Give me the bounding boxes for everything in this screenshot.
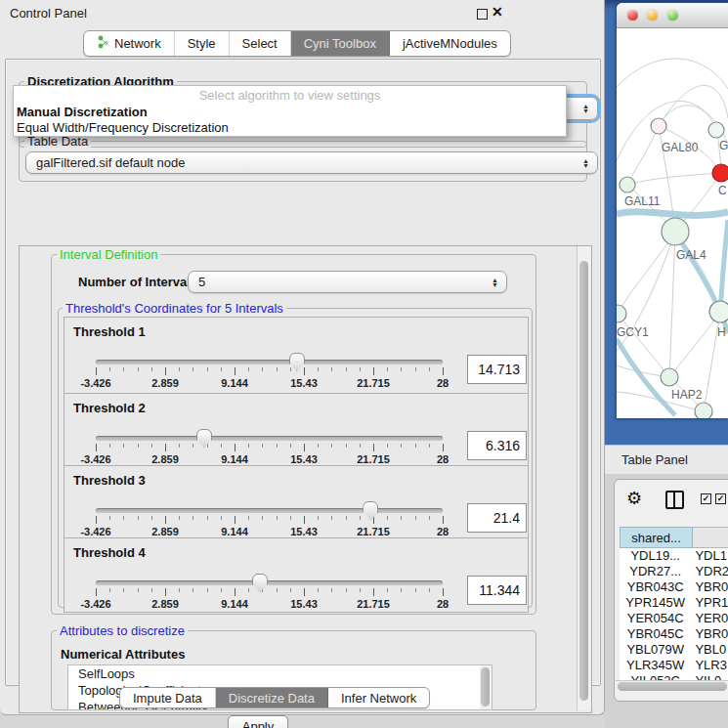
slider-tick-label: 21.715 [357, 377, 390, 389]
table-row[interactable]: YLR345WYLR3 [620, 658, 728, 673]
slider-tick [193, 367, 193, 371]
slider-tick [443, 516, 444, 524]
table-row[interactable]: YDR27...YDR2 [620, 564, 728, 579]
checkbox-checked-icon[interactable]: ✓ [715, 493, 726, 504]
settings-vertical-scrollbar[interactable] [577, 246, 591, 710]
threshold-label: Threshold 3 [73, 473, 146, 488]
network-node-label: GCY1 [617, 325, 649, 339]
threshold-value-field[interactable]: 21.4 [467, 503, 527, 533]
attribute-list-item[interactable]: SelfLoops [68, 665, 480, 682]
slider-thumb[interactable] [363, 501, 378, 520]
threshold-value-field[interactable]: 6.316 [467, 431, 527, 460]
cell-shared-name: YDL19... [620, 548, 691, 564]
combo-arrows-icon: ▲▼ [582, 104, 589, 113]
slider-tick [304, 588, 305, 596]
popup-option[interactable]: Manual Discretization [17, 105, 563, 120]
tab-select[interactable]: Select [230, 31, 291, 56]
table-horizontal-scrollbar[interactable] [616, 680, 728, 693]
network-nodes[interactable]: GAL80GACGAL11GAL4GCY1HHAP2 [617, 118, 728, 418]
popup-option[interactable]: Equal Width/Frequency Discretization [17, 120, 563, 136]
slider-tick [360, 588, 361, 592]
tab-infer-network[interactable]: Infer Network [328, 688, 429, 707]
tab-label: Network [114, 36, 161, 51]
close-traffic-light-icon[interactable] [627, 10, 638, 21]
table-rows: YDL19...YDL1YDR27...YDR2YBR043CYBR0YPR14… [620, 548, 728, 689]
network-canvas[interactable]: GAL80GACGAL11GAL4GCY1HHAP2 [617, 28, 728, 418]
tab-discretize-data[interactable]: Discretize Data [216, 688, 328, 707]
table-row[interactable]: YBL079WYBL0 [620, 642, 728, 658]
cell-shared-name: YBR045C [620, 626, 691, 642]
tab-style[interactable]: Style [175, 31, 230, 56]
network-node[interactable] [662, 218, 689, 245]
columns-icon[interactable] [665, 491, 684, 509]
network-node[interactable] [709, 301, 728, 322]
float-window-icon[interactable] [477, 9, 488, 20]
slider-thumb[interactable] [196, 429, 212, 448]
tab-label: Impute Data [133, 691, 202, 706]
network-node[interactable] [712, 164, 728, 182]
table-row[interactable]: YBR043CYBR0 [620, 579, 728, 595]
slider-tick [415, 444, 416, 448]
slider-track[interactable] [96, 436, 443, 441]
close-icon[interactable]: ✕ [492, 4, 503, 20]
table-row[interactable]: YDL19...YDL1 [620, 548, 728, 564]
checkbox-checked-icon[interactable]: ✓ [701, 493, 711, 504]
network-node[interactable] [695, 403, 712, 418]
attributes-list-scrollbar[interactable] [480, 664, 492, 710]
slider-tick-label: 2.859 [151, 526, 179, 537]
network-window: GAL80GACGAL11GAL4GCY1HHAP2 [617, 3, 728, 418]
slider-tick [290, 367, 291, 371]
slider-tick [415, 588, 416, 592]
network-node[interactable] [708, 122, 724, 138]
threshold-panel: Threshold 4-3.4262.8599.14415.4321.71528… [64, 537, 529, 613]
slider-tick [179, 367, 180, 371]
network-window-titlebar[interactable] [617, 3, 728, 28]
network-node[interactable] [617, 305, 626, 322]
network-node-label: C [718, 184, 727, 197]
slider-tick [235, 516, 236, 524]
slider-tick-label: -3.426 [80, 598, 110, 610]
tab-jactivemnodules[interactable]: jActiveMNodules [390, 31, 510, 56]
slider-thumb[interactable] [289, 353, 305, 371]
tab-cyni-toolbox[interactable]: Cyni Toolbox [291, 31, 390, 56]
slider-track[interactable] [96, 360, 443, 364]
table-row[interactable]: YER054CYER0 [620, 611, 728, 626]
num-intervals-spinner[interactable]: 5 ▲▼ [188, 271, 507, 293]
gear-icon[interactable]: ⚙ [626, 488, 642, 509]
threshold-value-field[interactable]: 11.344 [467, 576, 527, 605]
network-node[interactable] [661, 368, 678, 386]
minimize-traffic-light-icon[interactable] [647, 10, 658, 21]
numerical-attributes-label: Numerical Attributes [61, 647, 185, 662]
slider-tick [165, 367, 166, 375]
slider-tick [109, 444, 110, 448]
slider-tick [401, 588, 402, 592]
threshold-value-field[interactable]: 14.713 [467, 355, 527, 384]
slider-thumb[interactable] [252, 574, 268, 592]
scrollbar-thumb[interactable] [481, 667, 490, 707]
slider-tick [318, 444, 319, 448]
tab-impute-data[interactable]: Impute Data [120, 688, 216, 707]
slider-track[interactable] [96, 508, 443, 513]
slider-tick [429, 444, 430, 448]
column-header-shared-name[interactable]: shared... [620, 527, 693, 548]
slider-tick [151, 367, 152, 371]
network-node[interactable] [651, 118, 666, 134]
apply-button[interactable]: Apply [228, 715, 288, 728]
scrollbar-thumb[interactable] [618, 682, 727, 691]
table-row[interactable]: YPR145WYPR1 [620, 595, 728, 611]
table-data-combobox[interactable]: galFiltered.sif default node ▲▼ [25, 151, 598, 174]
zoom-traffic-light-icon[interactable] [667, 10, 678, 21]
slider-track[interactable] [96, 580, 443, 585]
slider-tick-label: 28 [437, 526, 449, 537]
table-row[interactable]: YBR045CYBR0 [620, 626, 728, 642]
slider-tick [360, 444, 361, 448]
column-header-name[interactable]: n [693, 527, 728, 548]
slider-tick [346, 516, 347, 520]
scrollbar-thumb[interactable] [579, 261, 588, 701]
tab-network[interactable]: Network [84, 31, 175, 56]
network-node[interactable] [620, 177, 635, 193]
cyni-mode-tabbar: Impute DataDiscretize DataInfer Network [119, 687, 430, 708]
slider-tick [290, 516, 291, 520]
slider-tick-label: 28 [437, 598, 449, 610]
slider-tick [346, 444, 347, 448]
